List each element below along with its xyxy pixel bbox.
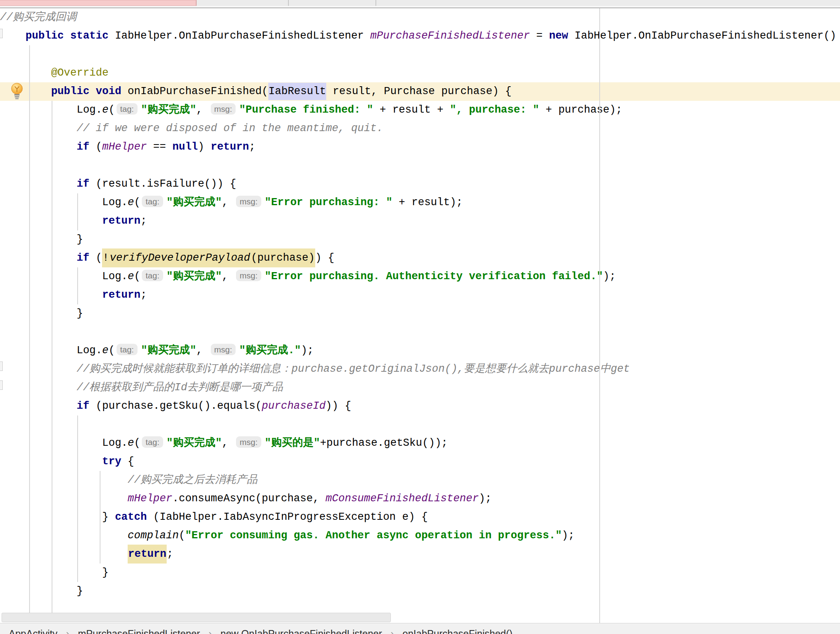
- code-line[interactable]: //根据获取到产品的Id去判断是哪一项产品: [0, 378, 840, 397]
- code-token: + result +: [373, 104, 450, 116]
- code-line[interactable]: return;: [0, 286, 840, 304]
- code-token: //购买完成之后去消耗产品: [128, 474, 257, 486]
- param-hint-pill: tag:: [142, 436, 163, 448]
- code-line[interactable]: complain("Error consuming gas. Another a…: [0, 526, 840, 545]
- code-token: if: [76, 141, 89, 153]
- code-token: null: [172, 141, 198, 153]
- breadcrumb: AppActivity›mPurchaseFinishedListener›ne…: [9, 628, 513, 634]
- code-line[interactable]: Log.e(tag:"购买完成", msg:"购买完成.");: [0, 341, 840, 360]
- code-token: result, Purchase purchase) {: [326, 85, 511, 97]
- code-token: ;: [167, 548, 173, 560]
- param-hint-pill: msg:: [236, 270, 261, 281]
- code-token: //购买完成时候就能获取到订单的详细信息：purchase.getOrigina…: [76, 363, 630, 375]
- code-line[interactable]: }: [0, 230, 840, 249]
- code-token: }: [0, 234, 83, 245]
- code-token: return: [128, 545, 167, 564]
- code-token: (: [134, 271, 140, 282]
- code-token: if: [76, 178, 89, 190]
- code-token: Log.: [0, 271, 128, 282]
- code-line[interactable]: }: [0, 582, 840, 601]
- code-line[interactable]: [0, 323, 840, 341]
- code-line[interactable]: [0, 45, 840, 64]
- code-line[interactable]: return;: [0, 212, 840, 230]
- code-line[interactable]: //购买完成回调: [0, 8, 840, 27]
- code-line[interactable]: Log.e(tag:"购买完成", msg:"Purchase finished…: [0, 101, 840, 119]
- code-line[interactable]: Log.e(tag:"购买完成", msg:"购买的是"+purchase.ge…: [0, 434, 840, 452]
- code-token: [0, 474, 128, 486]
- code-token: );: [603, 271, 616, 282]
- code-line[interactable]: Log.e(tag:"购买完成", msg:"Error purchasing.…: [0, 267, 840, 286]
- code-token: "购买完成": [141, 345, 196, 356]
- code-token: @Override: [51, 67, 109, 79]
- tab-strip-substrip: [0, 6, 840, 7]
- code-token: [0, 289, 102, 301]
- code-token: verifyDeveloperPayload: [109, 248, 250, 267]
- breadcrumb-item[interactable]: new OnIabPurchaseFinishedListener: [221, 628, 382, 634]
- code-line[interactable]: } catch (IabHelper.IabAsyncInProgressExc…: [0, 508, 840, 526]
- code-token: e: [102, 345, 108, 356]
- code-line[interactable]: // if we were disposed of in the meantim…: [0, 119, 840, 138]
- code-line[interactable]: if (purchase.getSku().equals(purchaseId)…: [0, 397, 840, 415]
- horizontal-scrollbar-thumb[interactable]: [2, 613, 391, 622]
- code-line[interactable]: [0, 156, 840, 175]
- code-line[interactable]: @Override: [0, 64, 840, 82]
- code-line[interactable]: return;: [0, 545, 840, 564]
- code-token: "购买完成.": [239, 345, 301, 356]
- code-token: e: [128, 197, 134, 208]
- code-line[interactable]: try {: [0, 452, 840, 471]
- code-token: complain: [128, 530, 179, 541]
- tab-divider: [375, 0, 376, 6]
- code-token: + purchase);: [539, 104, 623, 116]
- code-token: }: [0, 567, 108, 578]
- breadcrumb-item[interactable]: onIabPurchaseFinished(): [403, 628, 513, 634]
- code-token: IabResult: [268, 83, 327, 100]
- code-line[interactable]: }: [0, 564, 840, 582]
- code-token: [0, 493, 128, 504]
- code-editor[interactable]: //购买完成回调 public static IabHelper.OnIabPu…: [0, 8, 840, 623]
- code-line[interactable]: public static IabHelper.OnIabPurchaseFin…: [0, 27, 840, 45]
- code-token: +purchase.getSku());: [320, 437, 448, 449]
- code-token: [0, 30, 26, 42]
- code-token: ", purchase: ": [450, 104, 539, 116]
- code-token: "Purchase finished: ": [239, 104, 373, 116]
- code-line-caret-row[interactable]: public void onIabPurchaseFinished(IabRes…: [0, 82, 840, 101]
- code-token: Log.: [0, 345, 102, 356]
- code-token: }: [0, 511, 115, 523]
- code-token: [0, 456, 102, 467]
- code-line[interactable]: if (mHelper == null) return;: [0, 138, 840, 156]
- code-line[interactable]: if (result.isFailure()) {: [0, 175, 840, 193]
- code-token: [0, 141, 76, 153]
- active-file-tab[interactable]: [0, 0, 197, 6]
- code-token: purchaseId: [262, 400, 325, 412]
- code-line[interactable]: mHelper.consumeAsync(purchase, mConsumeF…: [0, 489, 840, 508]
- code-token: (purchase.getSku().equals(: [89, 400, 262, 412]
- code-token: IabHelper.OnIabPurchaseFinishedListener(…: [574, 30, 840, 42]
- code-line[interactable]: Log.e(tag:"购买完成", msg:"Error purchasing:…: [0, 193, 840, 212]
- param-hint-pill: tag:: [142, 196, 163, 207]
- intention-bulb-icon[interactable]: [9, 83, 24, 100]
- breadcrumb-item[interactable]: mPurchaseFinishedListener: [78, 628, 200, 634]
- code-line[interactable]: //购买完成时候就能获取到订单的详细信息：purchase.getOrigina…: [0, 360, 840, 378]
- code-token: ): [198, 141, 210, 153]
- indent-guide: [100, 471, 100, 564]
- breadcrumb-separator-icon: ›: [391, 628, 394, 634]
- editor-tab-strip: [0, 0, 840, 8]
- code-token: e: [128, 437, 134, 449]
- code-lines: //购买完成回调 public static IabHelper.OnIabPu…: [0, 8, 840, 601]
- code-line[interactable]: [0, 415, 840, 434]
- code-token: [0, 178, 76, 190]
- breadcrumb-item[interactable]: AppActivity: [9, 628, 58, 634]
- code-token: public void: [51, 85, 128, 97]
- code-token: =: [530, 30, 549, 42]
- indent-guide: [77, 267, 78, 304]
- edge-marker: [0, 29, 3, 38]
- code-token: if: [76, 252, 89, 264]
- code-line[interactable]: if (!verifyDeveloperPayload(purchase)) {: [0, 249, 840, 267]
- code-token: "购买完成": [141, 104, 196, 116]
- indent-guide: [52, 101, 52, 622]
- code-token: + result);: [392, 197, 463, 208]
- code-token: "Error consuming gas. Another async oper…: [185, 530, 562, 541]
- code-token: "购买完成": [167, 437, 222, 449]
- code-line[interactable]: }: [0, 304, 840, 323]
- code-line[interactable]: //购买完成之后去消耗产品: [0, 471, 840, 489]
